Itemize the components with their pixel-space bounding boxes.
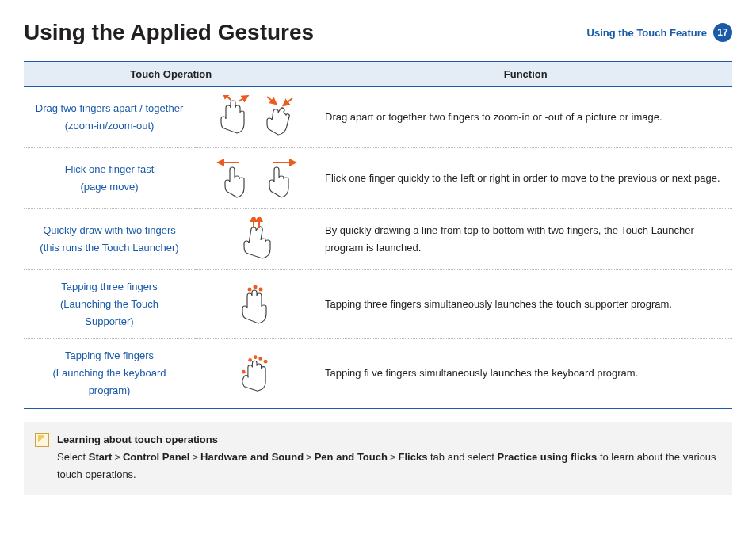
gesture-illustration: [195, 87, 319, 148]
svg-point-15: [264, 360, 268, 364]
svg-line-0: [224, 95, 231, 100]
operation-label: Flick one finger fast (page move): [24, 148, 195, 209]
function-text: Tapping fi ve fingers simultaneously lau…: [319, 339, 732, 408]
gesture-illustration: [195, 270, 319, 339]
svg-line-3: [284, 98, 292, 105]
svg-point-8: [248, 288, 252, 292]
svg-line-2: [267, 97, 275, 103]
table-row: Drag two fingers apart / together (zoom-…: [24, 87, 732, 148]
operation-label: Drag two fingers apart / together (zoom-…: [24, 87, 195, 148]
hand-three-finger-tap-icon: [237, 282, 277, 327]
hand-pinch-in-icon: [259, 95, 299, 139]
operation-label: Tapping three fingers (Launching the Tou…: [24, 270, 195, 339]
gestures-table: Touch Operation Function Drag two finger…: [24, 61, 732, 409]
note-icon: [35, 433, 49, 447]
hand-pinch-out-icon: [215, 95, 254, 139]
col-header-operation: Touch Operation: [24, 62, 319, 87]
note-box: Learning about touch operations Select S…: [24, 422, 732, 495]
page-title: Using the Applied Gestures: [24, 20, 314, 45]
hand-five-finger-tap-icon: [237, 351, 277, 396]
svg-point-11: [242, 370, 246, 374]
page-number-badge: 17: [713, 23, 732, 42]
function-text: Flick one finger quickly to the left or …: [319, 148, 732, 209]
operation-label: Tapping five fingers (Launching the keyb…: [24, 339, 195, 408]
svg-point-13: [254, 356, 258, 360]
function-text: Tapping three fingers simultaneously lau…: [319, 270, 732, 339]
hand-flick-left-icon: [215, 156, 254, 201]
col-header-function: Function: [319, 62, 732, 87]
hand-two-finger-draw-icon: [237, 217, 277, 262]
page-header: Using the Applied Gestures Using the Tou…: [24, 20, 732, 45]
gesture-illustration: [195, 339, 319, 408]
operation-label: Quickly draw with two fingers (this runs…: [24, 209, 195, 270]
svg-point-10: [259, 288, 263, 292]
svg-point-12: [248, 358, 252, 362]
svg-point-9: [254, 285, 258, 289]
table-row: Quickly draw with two fingers (this runs…: [24, 209, 732, 270]
hand-flick-right-icon: [259, 156, 299, 201]
gesture-illustration: [195, 209, 319, 270]
table-row: Tapping five fingers (Launching the keyb…: [24, 339, 732, 408]
section-label: Using the Touch Feature: [587, 27, 707, 39]
function-text: Drag apart or together two fingers to zo…: [319, 87, 732, 148]
table-row: Tapping three fingers (Launching the Tou…: [24, 270, 732, 339]
svg-line-1: [239, 97, 246, 101]
table-row: Flick one finger fast (page move) Flick …: [24, 148, 732, 209]
note-text: Learning about touch operations Select S…: [57, 431, 721, 483]
gesture-illustration: [195, 148, 319, 209]
svg-point-14: [258, 357, 262, 361]
function-text: By quickly drawing a line from top to bo…: [319, 209, 732, 270]
